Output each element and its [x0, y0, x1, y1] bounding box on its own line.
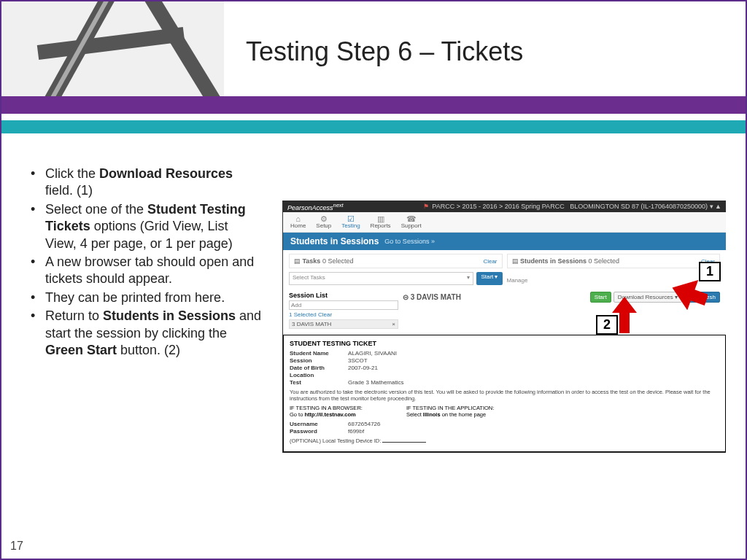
app-topbar: PearsonAccessnext ⚑PARCC > 2015 - 2016 >… [283, 201, 726, 212]
page-header-bar: Students in Sessions Go to Sessions » [283, 233, 726, 250]
bullet-5: Return to Students in Sessions and start… [29, 308, 263, 359]
svg-line-2 [38, 34, 184, 52]
go-to-sessions-link[interactable]: Go to Sessions » [384, 238, 435, 245]
callout-2: 2 [596, 315, 618, 335]
select-tasks-dropdown[interactable]: Select Tasks▾ [289, 272, 473, 285]
session-title: ⊝ 3 DAVIS MATH [403, 293, 461, 301]
purple-divider [1, 96, 746, 114]
selected-count-row: 1 Selected Clear [289, 311, 398, 318]
svg-marker-4 [671, 278, 708, 310]
add-session-input[interactable] [289, 300, 398, 310]
bullet-4: They can be printed from here. [29, 289, 263, 306]
student-testing-ticket: STUDENT TESTING TICKET Student NameALAGI… [283, 335, 726, 452]
nav-setup[interactable]: ⚙Setup [316, 215, 331, 229]
logo [1, 1, 224, 96]
nav-testing[interactable]: ☑Testing [341, 215, 360, 229]
svg-line-1 [140, 1, 220, 96]
page-number: 17 [10, 540, 23, 553]
slide-title: Testing Step 6 – Tickets [246, 36, 523, 67]
callout-1: 1 [699, 262, 721, 281]
tasks-panel: ▤ Tasks 0 Selected Clear [289, 254, 503, 268]
bullet-1: Click the Download Resources field. (1) [29, 166, 263, 200]
nav-support[interactable]: ☎Support [401, 215, 422, 229]
flag-icon: ⚑ [423, 203, 429, 210]
bullet-2: Select one of the Student Testing Ticket… [29, 201, 263, 252]
manage-link[interactable]: Manage [507, 277, 528, 284]
instruction-bullets: Click the Download Resources field. (1) … [29, 166, 263, 360]
arrow-1-icon [671, 278, 708, 310]
screenshot-panel: PearsonAccessnext ⚑PARCC > 2015 - 2016 >… [282, 201, 726, 453]
nav-home[interactable]: ⌂Home [290, 215, 306, 229]
start-button[interactable]: Start [590, 292, 611, 303]
nav-reports[interactable]: ▥Reports [371, 215, 391, 229]
tasks-clear[interactable]: Clear [483, 258, 497, 265]
session-list: Session List 1 Selected Clear 3 DAVIS MA… [289, 292, 398, 329]
teal-divider [1, 120, 746, 133]
close-icon[interactable]: × [392, 321, 395, 327]
start-tasks-button[interactable]: Start ▾ [476, 272, 502, 285]
session-clear[interactable]: Clear [318, 311, 332, 318]
students-panel: ▤ Students in Sessions 0 Selected Clear [507, 254, 721, 268]
bullet-3: A new browser tab should open and ticket… [29, 254, 263, 288]
session-item[interactable]: 3 DAVIS MATH× [289, 319, 398, 329]
app-nav: ⌂Home ⚙Setup ☑Testing ▥Reports ☎Support [283, 212, 726, 233]
